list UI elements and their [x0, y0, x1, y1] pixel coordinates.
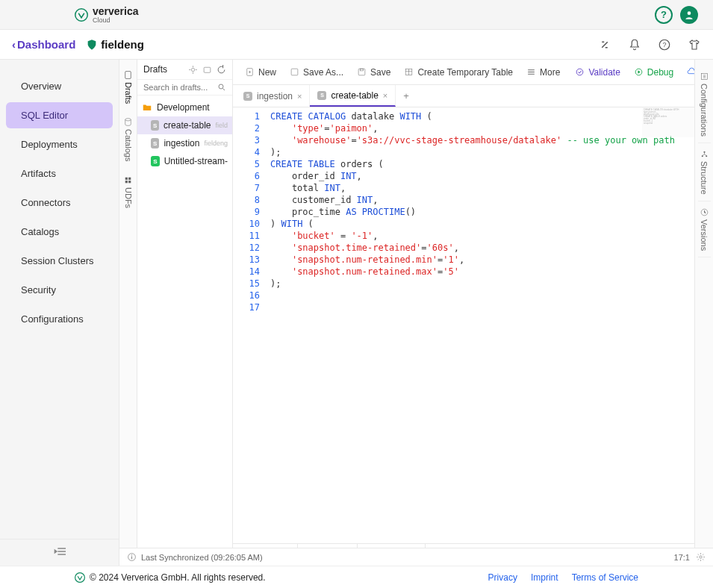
udfs-icon — [123, 175, 133, 185]
footer-link-imprint[interactable]: Imprint — [531, 572, 558, 583]
collapse-sidebar-button[interactable] — [0, 539, 119, 566]
tree-folder[interactable]: Development — [137, 98, 232, 116]
file-plus-icon — [245, 67, 255, 77]
svg-rect-27 — [131, 556, 132, 559]
svg-point-22 — [703, 151, 705, 153]
more-button[interactable]: More — [520, 64, 566, 81]
drafts-search[interactable] — [137, 80, 232, 96]
save-icon — [357, 67, 367, 77]
new-folder-icon[interactable] — [202, 65, 212, 75]
dashboard-link[interactable]: ‹ Dashboard — [12, 38, 75, 51]
sql-file-icon: S — [151, 156, 160, 166]
user-icon — [684, 10, 694, 20]
drafts-search-input[interactable] — [143, 83, 217, 92]
help-icon[interactable]: ? — [658, 38, 671, 51]
sql-file-icon: S — [151, 120, 159, 131]
drafts-panel: Drafts Development Screate-tablefieldSin… — [137, 60, 233, 566]
nav-item-sql-editor[interactable]: SQL Editor — [6, 102, 113, 128]
plugin-icon[interactable] — [598, 38, 611, 51]
right-rail-versions[interactable]: Versions — [698, 201, 711, 257]
svg-rect-6 — [125, 177, 128, 179]
refresh-icon[interactable] — [217, 65, 226, 75]
brand-logo: ververica Cloud — [75, 6, 139, 24]
editor-tabs: Singestion×Screate-table×+ — [233, 85, 694, 107]
svg-point-10 — [191, 68, 194, 71]
draft-item[interactable]: SUntitled-stream- — [137, 152, 232, 170]
footer-link-privacy[interactable]: Privacy — [488, 572, 517, 583]
shirt-icon[interactable] — [688, 38, 701, 51]
save-as-button[interactable]: Save As... — [284, 64, 349, 81]
editor-toolbar: New Save As... Save Create Temporary Tab… — [233, 60, 694, 85]
drafts-rail: DraftsCatalogsUDFs — [119, 60, 137, 566]
sql-file-icon: S — [243, 92, 252, 101]
cursor-position: 17:1 — [674, 553, 690, 562]
line-gutter: 1234567891011121314151617 — [233, 107, 266, 543]
copyright: © 2024 Ververica GmbH. All rights reserv… — [90, 572, 266, 583]
svg-rect-7 — [128, 177, 131, 179]
nav-item-catalogs[interactable]: Catalogs — [6, 219, 113, 245]
draft-item[interactable]: Screate-tablefield — [137, 116, 232, 134]
tab-create-table[interactable]: Screate-table× — [310, 85, 396, 107]
dashboard-label: Dashboard — [17, 38, 75, 51]
right-rail-configurations[interactable]: Configurations — [698, 66, 711, 143]
bell-icon[interactable] — [628, 38, 641, 51]
svg-point-0 — [75, 8, 88, 21]
nav-item-deployments[interactable]: Deployments — [6, 131, 113, 157]
nav-item-overview[interactable]: Overview — [6, 73, 113, 99]
footer-logo-icon — [75, 572, 85, 583]
nav-bar: ‹ Dashboard fieldeng ? — [0, 30, 713, 60]
collapse-icon — [54, 547, 66, 556]
workspace-label: fieldeng — [101, 38, 144, 51]
svg-rect-16 — [360, 69, 363, 71]
tab-ingestion[interactable]: Singestion× — [236, 85, 310, 107]
right-rail-structure[interactable]: Structure — [698, 143, 711, 201]
svg-point-5 — [125, 119, 131, 121]
close-icon[interactable]: × — [383, 91, 387, 100]
code-editor[interactable]: 1234567891011121314151617 CREATE CATALOG… — [233, 107, 694, 543]
ververica-logo-icon — [75, 8, 88, 22]
save-button[interactable]: Save — [351, 64, 396, 81]
sql-file-icon: S — [151, 138, 159, 148]
rail-udfs[interactable]: UDFs — [122, 171, 134, 213]
avatar-button[interactable] — [680, 6, 698, 24]
help-button[interactable]: ? — [655, 6, 673, 24]
draft-item[interactable]: Singestionfieldeng — [137, 134, 232, 152]
sql-file-icon: S — [317, 91, 326, 100]
rail-catalogs[interactable]: Catalogs — [122, 113, 134, 166]
check-icon — [575, 67, 585, 77]
drafts-icon — [123, 70, 133, 80]
nav-item-configurations[interactable]: Configurations — [6, 306, 113, 332]
svg-rect-11 — [204, 67, 211, 72]
new-button[interactable]: New — [239, 64, 282, 81]
svg-rect-15 — [358, 69, 365, 75]
validate-button[interactable]: Validate — [569, 64, 626, 81]
chevron-left-icon: ‹ — [12, 38, 16, 51]
sync-status: Last Synchronized (09:26:05 AM) — [141, 553, 263, 562]
close-icon[interactable]: × — [297, 92, 302, 101]
footer-link-terms-of-service[interactable]: Terms of Service — [572, 572, 638, 583]
code-content[interactable]: CREATE CATALOG datalake WITH ( 'type'='p… — [266, 107, 694, 543]
play-icon — [634, 67, 644, 77]
workspace-badge[interactable]: fieldeng — [86, 38, 144, 51]
drafts-title: Drafts — [143, 64, 184, 75]
folder-label: Development — [157, 102, 210, 113]
temp-table-button[interactable]: Create Temporary Table — [398, 64, 519, 81]
locate-icon[interactable] — [188, 65, 198, 75]
svg-point-12 — [219, 84, 223, 89]
configurations-icon — [700, 72, 709, 81]
brand-sub: Cloud — [93, 16, 139, 24]
rail-drafts[interactable]: Drafts — [122, 66, 134, 108]
nav-item-artifacts[interactable]: Artifacts — [6, 160, 113, 187]
nav-item-session-clusters[interactable]: Session Clusters — [6, 248, 113, 274]
editor-column: New Save As... Save Create Temporary Tab… — [233, 60, 695, 566]
nav-item-connectors[interactable]: Connectors — [6, 190, 113, 216]
tab-add-button[interactable]: + — [396, 85, 417, 107]
deploy-button[interactable]: Deploy — [681, 64, 694, 81]
debug-button[interactable]: Debug — [628, 64, 679, 81]
catalogs-icon — [123, 117, 133, 127]
gear-icon[interactable] — [696, 552, 706, 562]
svg-point-29 — [700, 556, 702, 558]
nav-item-security[interactable]: Security — [6, 277, 113, 303]
info-icon — [127, 552, 137, 562]
svg-rect-8 — [125, 181, 128, 183]
